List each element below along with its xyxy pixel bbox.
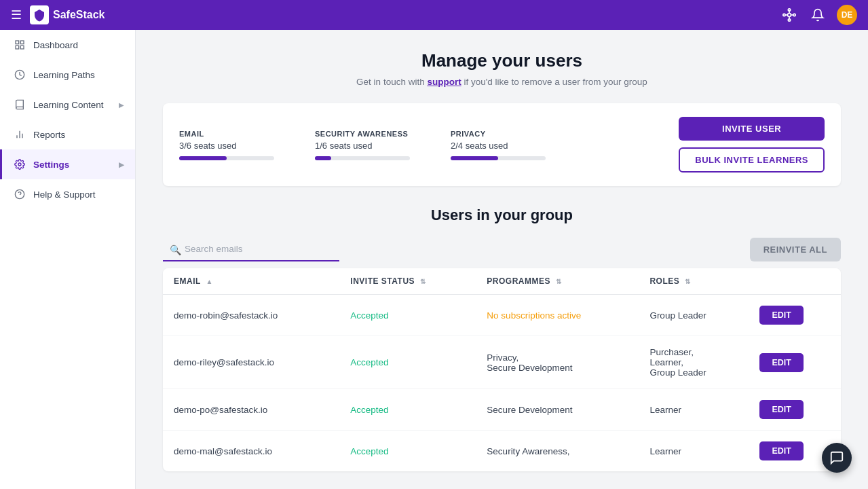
- email-sort-icon: ▲: [206, 278, 212, 285]
- edit-button[interactable]: EDIT: [759, 400, 803, 419]
- svg-rect-9: [16, 41, 19, 44]
- stat-security-awareness-bar-bg: [315, 156, 410, 160]
- row-email: demo-mal@safestack.io: [163, 431, 339, 472]
- row-actions: EDIT: [749, 389, 841, 431]
- topnav-right: DE: [780, 5, 857, 25]
- stats-actions: INVITE USER BULK INVITE LEARNERS: [679, 117, 825, 173]
- chat-bubble-button[interactable]: [822, 443, 852, 473]
- stats-items: EMAIL 3/6 seats used SECURITY AWARENESS …: [179, 130, 546, 160]
- stat-security-awareness-value: 1/6 seats used: [315, 141, 410, 151]
- stat-privacy-bar-fill: [451, 156, 498, 160]
- row-programmes: No subscriptions active: [476, 295, 639, 336]
- col-invite-status[interactable]: INVITE STATUS ⇅: [339, 268, 476, 295]
- stat-security-awareness: SECURITY AWARENESS 1/6 seats used: [315, 130, 410, 160]
- stat-secure-development-bar-fill: [179, 156, 227, 160]
- row-status: Accepted: [339, 389, 476, 431]
- sidebar-item-learning-content-label: Learning Content: [33, 100, 112, 110]
- col-programmes[interactable]: PROGRAMMES ⇅: [476, 268, 639, 295]
- logo-icon: [30, 5, 49, 24]
- invite-user-button[interactable]: INVITE USER: [679, 117, 825, 141]
- settings-icon: [13, 158, 26, 171]
- reinvite-all-button[interactable]: REINVITE ALL: [750, 238, 841, 261]
- sidebar-item-settings[interactable]: Settings ▶: [0, 149, 135, 179]
- users-table-container: EMAIL ▲ INVITE STATUS ⇅ PROGRAMMES ⇅ ROL…: [163, 268, 841, 471]
- main-content: Manage your users Get in touch with supp…: [136, 30, 868, 489]
- sidebar-item-reports[interactable]: Reports: [0, 120, 135, 149]
- search-wrapper: 🔍: [163, 238, 339, 261]
- svg-point-4: [788, 19, 790, 21]
- sidebar-item-help-support-label: Help & Support: [33, 189, 124, 200]
- bulk-invite-button[interactable]: BULK INVITE LEARNERS: [679, 147, 825, 173]
- stats-card: EMAIL 3/6 seats used SECURITY AWARENESS …: [163, 103, 841, 186]
- stat-security-awareness-bar-fill: [315, 156, 331, 160]
- stat-secure-development-value: 3/6 seats used: [179, 141, 274, 151]
- sidebar-item-settings-label: Settings: [33, 160, 112, 170]
- logo: SafeStack: [30, 5, 105, 24]
- row-status: Accepted: [339, 336, 476, 389]
- row-roles: Group Leader: [639, 295, 749, 336]
- col-roles[interactable]: ROLES ⇅: [639, 268, 749, 295]
- sidebar-item-dashboard-label: Dashboard: [33, 40, 124, 50]
- row-status: Accepted: [339, 295, 476, 336]
- stat-privacy-label: PRIVACY: [451, 130, 546, 138]
- hamburger-icon[interactable]: ☰: [11, 7, 22, 22]
- integrations-icon[interactable]: [780, 5, 799, 24]
- support-link[interactable]: support: [427, 77, 461, 87]
- edit-button[interactable]: EDIT: [759, 353, 803, 372]
- stat-secure-development: EMAIL 3/6 seats used: [179, 130, 274, 160]
- svg-point-1: [783, 14, 785, 16]
- search-input[interactable]: [163, 238, 339, 261]
- users-section-title: Users in your group: [163, 206, 841, 224]
- stat-privacy: PRIVACY 2/4 seats used: [451, 130, 546, 160]
- row-status: Accepted: [339, 431, 476, 472]
- invite-status-sort-icon: ⇅: [420, 278, 426, 285]
- edit-button[interactable]: EDIT: [759, 306, 803, 325]
- page-subtitle: Get in touch with support if you'd like …: [163, 77, 841, 87]
- table-header: EMAIL ▲ INVITE STATUS ⇅ PROGRAMMES ⇅ ROL…: [163, 268, 841, 295]
- row-roles: Learner: [639, 389, 749, 431]
- row-actions: EDIT: [749, 295, 841, 336]
- col-email[interactable]: EMAIL ▲: [163, 268, 339, 295]
- chevron-right-icon: ▶: [119, 101, 124, 109]
- dashboard-icon: [13, 38, 26, 52]
- sidebar: Dashboard Learning Paths Learning Conten…: [0, 30, 136, 489]
- sidebar-item-learning-paths-label: Learning Paths: [33, 70, 124, 80]
- sidebar-item-learning-content[interactable]: Learning Content ▶: [0, 90, 135, 120]
- row-roles: Purchaser,Learner,Group Leader: [639, 336, 749, 389]
- help-icon: [13, 187, 26, 201]
- stat-privacy-value: 2/4 seats used: [451, 141, 546, 151]
- row-actions: EDIT: [749, 336, 841, 389]
- top-navigation: ☰ SafeStack DE: [0, 0, 868, 30]
- sidebar-item-dashboard[interactable]: Dashboard: [0, 30, 135, 60]
- app-layout: Dashboard Learning Paths Learning Conten…: [0, 30, 868, 489]
- notifications-icon[interactable]: [808, 5, 827, 24]
- page-title: Manage your users: [163, 50, 841, 71]
- table-row: demo-po@safestack.io Accepted Secure Dev…: [163, 389, 841, 431]
- stat-privacy-bar-bg: [451, 156, 546, 160]
- stat-security-awareness-label: SECURITY AWARENESS: [315, 130, 410, 138]
- svg-point-3: [788, 9, 790, 11]
- row-programmes: Privacy,Secure Development: [476, 336, 639, 389]
- user-avatar[interactable]: DE: [837, 5, 857, 25]
- svg-point-17: [18, 163, 21, 166]
- programmes-sort-icon: ⇅: [556, 278, 562, 285]
- edit-button[interactable]: EDIT: [759, 441, 803, 460]
- topnav-left: ☰ SafeStack: [11, 5, 105, 24]
- sidebar-item-reports-label: Reports: [33, 130, 124, 140]
- row-email: demo-riley@safestack.io: [163, 336, 339, 389]
- row-roles: Learner: [639, 431, 749, 472]
- svg-point-0: [788, 14, 791, 17]
- sidebar-item-help-support[interactable]: Help & Support: [0, 179, 135, 209]
- subtitle-suffix: if you'd like to remove a user from your…: [461, 77, 647, 87]
- sidebar-item-learning-paths[interactable]: Learning Paths: [0, 60, 135, 90]
- search-icon: 🔍: [170, 244, 181, 255]
- roles-sort-icon: ⇅: [685, 278, 691, 285]
- users-table: EMAIL ▲ INVITE STATUS ⇅ PROGRAMMES ⇅ ROL…: [163, 268, 841, 471]
- svg-rect-12: [16, 46, 19, 49]
- learning-content-icon: [13, 98, 26, 111]
- stat-secure-development-label: EMAIL: [179, 130, 274, 138]
- reports-icon: [13, 128, 26, 141]
- row-email: demo-po@safestack.io: [163, 389, 339, 431]
- table-row: demo-mal@safestack.io Accepted Security …: [163, 431, 841, 472]
- row-programmes: Secure Development: [476, 389, 639, 431]
